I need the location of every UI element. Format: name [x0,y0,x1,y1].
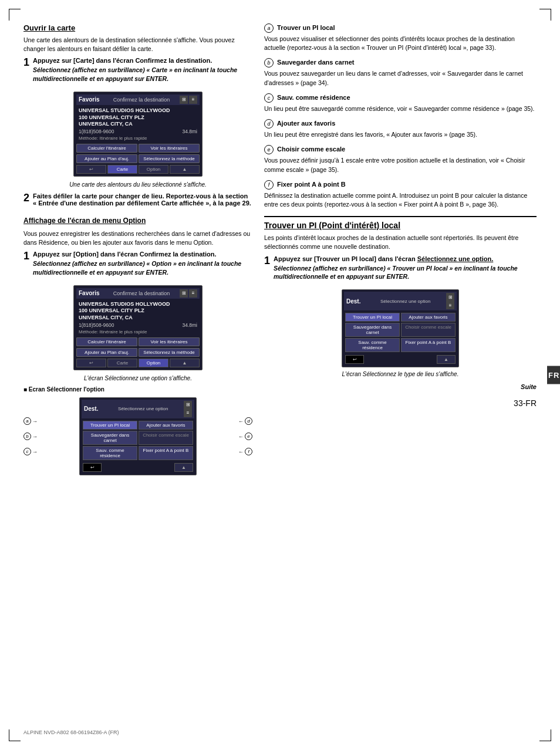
label-col-left: a → b → c → [23,397,39,458]
phone-1: 1(818)508-9600 [79,129,114,134]
arrow-c: → [32,449,38,455]
label-circle-a: a [23,417,31,425]
label-circle-b: b [23,433,31,440]
screen-pi-option: Dest. Sélectionnez une option ⊞ ≡ Trouve… [342,289,459,367]
label-entry-b: b → [23,430,39,443]
distance-1: 34.8mi [182,129,197,134]
circle-label-b: b [264,58,274,67]
address-line-2a: UNIVERSAL STUDIOS HOLLYWOOD [79,301,197,308]
option-grid: Trouver un PI local Ajouter aux favoris … [82,420,194,461]
right-item-title-d: d Ajouter aux favoris [264,119,537,129]
step-number-1a: 1 [23,57,29,67]
screen-pi-grid: Trouver un PI local Ajouter aux favoris … [344,312,457,353]
circle-label-a: a [264,23,274,33]
nav-carte-1: Carte [107,165,137,174]
screen-pi-icon-list: ≡ [446,301,454,309]
icon-grid-2: ⊞ [180,289,188,298]
item-e-title: Choisir comme escale [277,146,345,153]
step-content-2a: Faites défiler la carte pour changer de … [33,192,252,208]
icon-list: ≡ [189,96,197,104]
method-row-1: Méthode: Itinéraire le plus rapide [79,136,197,141]
page-suffix: -FR [523,398,537,408]
address-line-2: 100 UNIVERSAL CITY PLZ [79,114,197,121]
screen-pi-nav: ↩ ▲ [344,354,457,365]
screen-pi-header: Dest. Sélectionnez une option ⊞ ≡ [344,292,457,310]
address-line-1: UNIVERSAL STUDIOS HOLLYWOOD [79,107,197,114]
step-content-1a: Appuyez sur [Carte] dans l'écran Confirm… [33,57,252,86]
screen-content-2: UNIVERSAL STUDIOS HOLLYWOOD 100 UNIVERSA… [76,300,200,336]
right-item-title-b: b Sauvegarder dans carnet [264,58,537,67]
step-content-opt-1: Appuyez sur [Option] dans l'écran Confir… [33,251,252,280]
circle-label-e: e [264,145,274,154]
step-ouvrir-2: 2 Faites défiler la carte pour changer d… [23,192,252,208]
arrow-a: → [32,418,38,424]
circle-label-c: c [264,93,274,103]
label-entry-c: c → [23,445,39,458]
label-circle-e: e [245,433,252,440]
nav-option-1: Option [139,165,168,174]
section-ouvrir-intro: Une carte des alentours de la destinatio… [23,36,252,53]
arrow-f: ← [238,449,244,455]
item-b-text: Vous pouvez sauvegarder un lieu dans le … [264,69,537,87]
step-italic-1a: Sélectionnez (affichez en surbrillance) … [33,66,252,83]
screen-pi-header-mid: Sélectionnez une option [380,299,444,304]
screen-btn-row-2a: Calculer l'itinéraire Voir les itinérair… [76,337,200,346]
step-number-opt-1: 1 [23,251,29,261]
step-number-pi-1: 1 [264,255,270,266]
nav-back-2: ↩ [76,359,106,367]
icon-list-2: ≡ [189,289,197,298]
label-entry-e: ← e [237,430,252,443]
right-column: a Trouver un PI local Vous pouvez visual… [264,23,537,484]
screen-header-1: Favoris Confirmez la destination ⊞ ≡ [76,94,200,105]
detail-row-2: 1(818)508-9600 34.8mi [79,322,197,328]
step-option-1: 1 Appuyez sur [Option] dans l'écran Conf… [23,251,252,280]
screen-title-left-1: Favoris [79,96,111,103]
footer: ALPINE NVD-A802 68-06194Z86-A (FR) [23,729,537,735]
page-number-value: 33 [514,398,523,408]
step-italic-opt-1: Sélectionnez (affichez en surbrillance) … [33,259,252,276]
address-line-2c: UNIVERSAL CITY, CA [79,315,197,322]
screen-title-left-2: Favoris [79,290,111,296]
screen-pi-cell5: Sauv. comme résidence [345,338,400,352]
screen-icons-2: ⊞ ≡ [180,289,197,298]
right-item-c: c Sauv. comme résidence Un lieu peut êtr… [264,93,537,113]
item-b-title: Sauvegarder dans carnet [277,59,354,66]
screen-content-1: UNIVERSAL STUDIOS HOLLYWOOD 100 UNIVERSA… [76,106,200,142]
icon-grid: ⊞ [180,96,188,104]
option-header-left: Dest. [84,406,116,412]
btn-itineraires-2: Voir les itinéraires [139,337,200,346]
screen-title-right-2: Confirmez la destination [113,290,177,296]
method-row-2: Méthode: Itinéraire le plus rapide [79,329,197,335]
left-column: Ouvrir la carte Une carte des alentours … [23,23,252,484]
btn-calculer-2: Calculer l'itinéraire [76,337,137,346]
item-f-title: Fixer point A à point B [277,181,346,188]
screen-pi-cell1: Trouver un PI local [345,313,400,322]
diagram-inner: a → b → c → [23,397,252,475]
btn-ajouter-2: Ajouter au Plan d'auj. [76,348,137,357]
step-title-opt-1: Appuyez sur [Option] dans l'écran Confir… [33,251,252,258]
step-pi-1: 1 Appuyez sur [Trouver un PI local] dans… [264,255,537,285]
right-item-title-a: a Trouver un PI local [264,23,537,33]
right-item-e: e Choisir comme escale Vous pouvez défin… [264,145,537,174]
ecran-label: Ecran Sélectionner l'option [23,386,252,393]
screen-pi-nav-up: ▲ [437,355,456,364]
btn-ajouter-1: Ajouter au Plan d'auj. [76,154,137,163]
option-cell-b: Sauvegarder dans carnet [83,431,137,445]
circle-label-f: f [264,180,274,190]
right-item-title-c: c Sauv. comme résidence [264,93,537,103]
screen-nav-2: ↩ Carte Option ▲ [76,359,200,367]
bracket-carte: [Carte] [73,57,94,64]
screen-pi-cell2: Ajouter aux favoris [401,313,456,322]
screen-pi-header-left: Dest. [346,298,378,305]
option-header-mid: Sélectionnez une option [118,406,181,411]
screen-btn-row-1a: Calculer l'itinéraire Voir les itinérair… [76,144,200,153]
right-item-title-f: f Fixer point A à point B [264,180,537,190]
label-circle-f: f [245,448,252,455]
nav-carte-2: Carte [107,359,137,367]
label-col-right: ← d ← e ← f [237,397,252,458]
screen-header-2: Favoris Confirmez la destination ⊞ ≡ [76,288,200,299]
right-item-d: d Ajouter aux favoris Un lieu peut être … [264,119,537,139]
section-divider-pi [264,216,537,217]
screen-title-right-1: Confirmez la destination [113,97,177,103]
step-title-1a: Appuyez sur [Carte] dans l'écran Confirm… [33,57,252,64]
